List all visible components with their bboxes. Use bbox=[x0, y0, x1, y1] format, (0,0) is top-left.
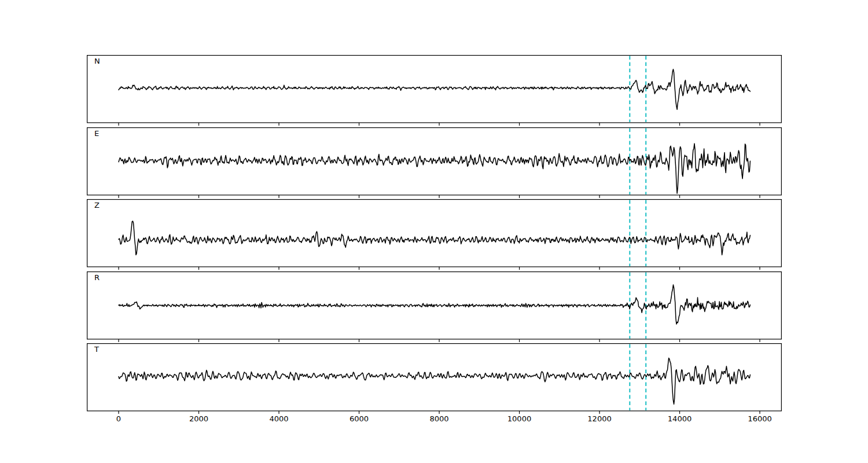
waveform-trace bbox=[119, 144, 750, 193]
panel-border bbox=[87, 200, 782, 267]
panel-T: T bbox=[87, 343, 782, 411]
x-axis-tick-label: 0 bbox=[93, 415, 145, 423]
panel-plot-svg bbox=[87, 343, 782, 416]
x-axis-tick-label: 12000 bbox=[573, 415, 626, 423]
panel-plot-svg bbox=[87, 55, 782, 128]
waveform-trace bbox=[119, 285, 750, 324]
panel-label: R bbox=[94, 274, 100, 282]
panel-label: T bbox=[94, 346, 99, 354]
x-axis-tick-label: 14000 bbox=[654, 415, 706, 423]
panel-label: N bbox=[94, 57, 100, 65]
panel-border bbox=[87, 127, 782, 194]
x-axis-tick-label: 16000 bbox=[734, 415, 786, 423]
panel-R: R bbox=[87, 271, 782, 340]
seismogram-figure: NEZRT 0200040006000800010000120001400016… bbox=[0, 0, 868, 463]
panel-plot-svg bbox=[87, 199, 782, 272]
waveform-trace bbox=[119, 358, 750, 405]
x-axis-tick-label: 4000 bbox=[253, 415, 305, 423]
x-axis-tick-label: 2000 bbox=[172, 415, 225, 423]
waveform-trace bbox=[119, 221, 750, 255]
panel-N: N bbox=[87, 55, 782, 123]
panel-plot-svg bbox=[87, 127, 782, 200]
x-axis-tick-label: 8000 bbox=[413, 415, 465, 423]
x-axis-tick-label: 6000 bbox=[333, 415, 385, 423]
x-axis-tick-label: 10000 bbox=[494, 415, 546, 423]
panel-label: Z bbox=[94, 201, 100, 210]
panel-Z: Z bbox=[87, 199, 782, 267]
panel-label: E bbox=[94, 130, 99, 138]
panel-plot-svg bbox=[87, 271, 782, 344]
panel-border bbox=[87, 56, 782, 123]
waveform-trace bbox=[119, 69, 750, 110]
panel-E: E bbox=[87, 127, 782, 196]
